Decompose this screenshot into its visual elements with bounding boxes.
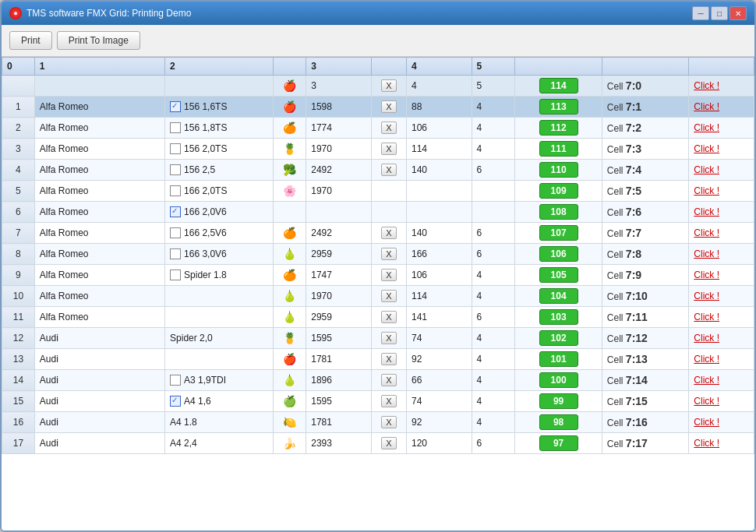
checkbox-unchecked-icon[interactable] xyxy=(170,143,181,154)
click-link[interactable]: Click ! xyxy=(694,227,719,238)
model-cell: 156 1,8TS xyxy=(165,118,274,139)
x-button-cell: X xyxy=(371,265,406,286)
value3-cell: 1970 xyxy=(306,286,372,307)
x-button[interactable]: X xyxy=(381,143,396,155)
grid-scroll[interactable]: 0 1 2 3 4 5 🍎3X45114Cell 7:0Click !1A xyxy=(2,57,754,530)
print-button[interactable]: Print xyxy=(9,31,52,50)
x-button-cell xyxy=(371,181,406,202)
green-value-cell: 102 xyxy=(515,328,602,349)
fruit-icon-cell: 🍐 xyxy=(274,307,306,328)
x-button[interactable]: X xyxy=(381,395,396,407)
green-value-cell: 105 xyxy=(515,265,602,286)
x-button[interactable]: X xyxy=(381,227,396,239)
x-button[interactable]: X xyxy=(381,311,396,323)
click-link[interactable]: Click ! xyxy=(694,80,719,91)
table-row: 16AudiA4 1.8🍋1781X92498Cell 7:16Click ! xyxy=(2,412,754,433)
row-number: 17 xyxy=(2,433,35,454)
model-name: 166 2,5V6 xyxy=(184,227,227,238)
green-button: 109 xyxy=(539,183,578,199)
green-button: 112 xyxy=(539,120,578,136)
click-link[interactable]: Click ! xyxy=(694,396,719,407)
col4-cell: 106 xyxy=(406,118,472,139)
checkbox-unchecked-icon[interactable] xyxy=(170,375,181,386)
cell-label: Cell xyxy=(607,354,626,365)
fruit-icon-cell: 🍋 xyxy=(274,412,306,433)
click-link[interactable]: Click ! xyxy=(694,375,719,386)
click-link[interactable]: Click ! xyxy=(694,206,719,217)
click-link[interactable]: Click ! xyxy=(694,312,719,322)
value3-cell: 1896 xyxy=(306,370,372,391)
click-link[interactable]: Click ! xyxy=(694,417,719,428)
click-cell: Click ! xyxy=(689,412,754,433)
row-number: 4 xyxy=(2,160,35,181)
x-button[interactable]: X xyxy=(381,269,396,281)
header-row: 0 1 2 3 4 5 xyxy=(2,58,754,76)
header-cell xyxy=(602,58,689,76)
green-button: 105 xyxy=(539,267,578,283)
cell-label-cell: Cell 7:5 xyxy=(602,181,689,202)
col5-cell: 4 xyxy=(472,265,515,286)
model-cell: 166 2,0TS xyxy=(165,181,274,202)
green-value-cell: 104 xyxy=(515,286,602,307)
green-value-cell: 112 xyxy=(515,118,602,139)
checkbox-unchecked-icon[interactable] xyxy=(170,164,181,175)
app-icon: ● xyxy=(9,7,22,19)
checkbox-checked-icon[interactable] xyxy=(170,101,181,112)
x-button-cell: X xyxy=(371,349,406,370)
cell-label: Cell xyxy=(607,396,626,407)
cell-number: 7:14 xyxy=(626,374,648,386)
click-link[interactable]: Click ! xyxy=(694,101,719,112)
checkbox-unchecked-icon[interactable] xyxy=(170,227,181,238)
row-number: 10 xyxy=(2,286,35,307)
x-button[interactable]: X xyxy=(381,79,396,92)
x-button[interactable]: X xyxy=(381,374,396,386)
x-button[interactable]: X xyxy=(381,248,396,260)
model-cell: 166 3,0V6 xyxy=(165,244,274,265)
click-link[interactable]: Click ! xyxy=(694,185,719,196)
checkbox-unchecked-icon[interactable] xyxy=(170,248,181,259)
checkbox-unchecked-icon[interactable] xyxy=(170,270,181,280)
checkbox-unchecked-icon[interactable] xyxy=(170,122,181,133)
checkbox-unchecked-icon[interactable] xyxy=(170,185,181,196)
click-link[interactable]: Click ! xyxy=(694,438,719,449)
x-button[interactable]: X xyxy=(381,416,396,428)
click-link[interactable]: Click ! xyxy=(694,333,719,344)
table-row: 13Audi🍎1781X924101Cell 7:13Click ! xyxy=(2,349,754,370)
col4-cell: 88 xyxy=(406,97,472,118)
value3-cell xyxy=(306,202,372,223)
minimize-button[interactable]: ─ xyxy=(692,6,709,20)
x-button-cell: X xyxy=(371,412,406,433)
close-button[interactable]: ✕ xyxy=(730,6,747,20)
checkbox-checked-icon[interactable] xyxy=(170,206,181,217)
x-button[interactable]: X xyxy=(381,353,396,365)
make-cell: Alfa Romeo xyxy=(34,139,164,160)
x-button[interactable]: X xyxy=(381,122,396,134)
x-button[interactable]: X xyxy=(381,290,396,302)
x-button[interactable]: X xyxy=(381,332,396,344)
row-number: 9 xyxy=(2,265,35,286)
x-button[interactable]: X xyxy=(381,100,396,113)
click-link[interactable]: Click ! xyxy=(694,122,719,133)
x-button-cell: X xyxy=(371,391,406,412)
print-to-image-button[interactable]: Print To Image xyxy=(57,31,140,50)
header-col0: 0 xyxy=(2,58,35,76)
checkbox-checked-icon[interactable] xyxy=(170,396,181,407)
make-cell: Audi xyxy=(34,370,164,391)
click-link[interactable]: Click ! xyxy=(694,143,719,154)
click-link[interactable]: Click ! xyxy=(694,164,719,175)
cell-label-cell: Cell 7:15 xyxy=(602,391,689,412)
make-cell: Audi xyxy=(34,433,164,454)
make-cell: Alfa Romeo xyxy=(34,97,164,118)
click-link[interactable]: Click ! xyxy=(694,248,719,259)
click-link[interactable]: Click ! xyxy=(694,270,719,280)
click-link[interactable]: Click ! xyxy=(694,291,719,301)
click-link[interactable]: Click ! xyxy=(694,354,719,365)
model-cell xyxy=(165,76,274,97)
make-cell: Audi xyxy=(34,391,164,412)
value3-cell: 1970 xyxy=(306,181,372,202)
x-button[interactable]: X xyxy=(381,437,396,449)
maximize-button[interactable]: □ xyxy=(711,6,728,20)
x-button[interactable]: X xyxy=(381,164,396,176)
col4-cell: 166 xyxy=(406,244,472,265)
model-name: Spider 1.8 xyxy=(184,270,227,280)
